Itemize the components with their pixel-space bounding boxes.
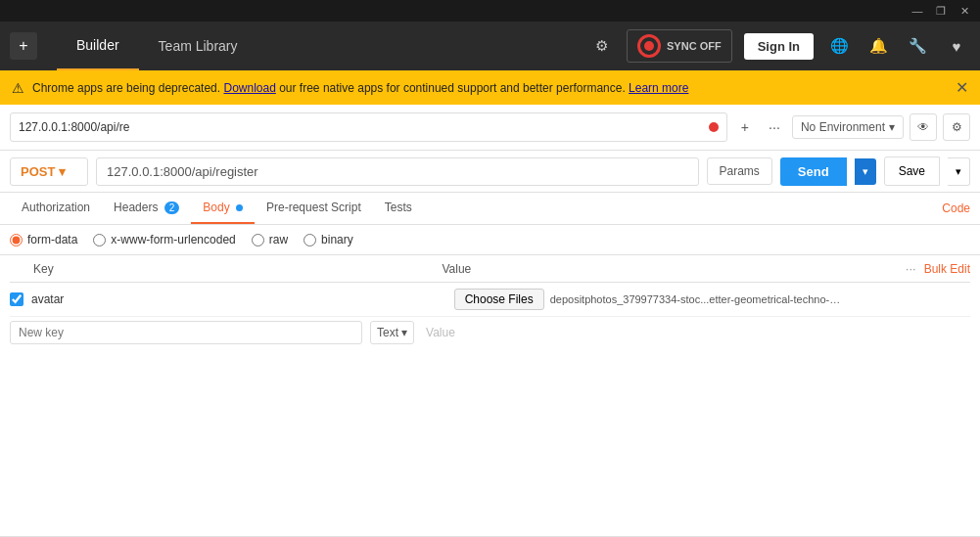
table-row: avatar Choose Files depositphotos_379977… [10, 283, 970, 317]
learn-more-link[interactable]: Learn more [629, 81, 688, 95]
tab-authorization[interactable]: Authorization [10, 193, 102, 224]
close-button[interactable]: ✕ [957, 3, 972, 19]
title-bar: — ❐ ✕ [0, 0, 980, 22]
tab-body[interactable]: Body [191, 193, 255, 224]
bell-icon[interactable]: 🔔 [864, 32, 892, 60]
type-select[interactable]: Text ▾ [370, 321, 414, 344]
nav-right: ⚙ SYNC OFF Sign In 🌐 🔔 🔧 ♥ [587, 29, 970, 63]
globe-icon[interactable]: 🌐 [825, 32, 853, 60]
row-value: Choose Files depositphotos_379977334-sto… [454, 289, 970, 310]
request-tab-bar: Authorization Headers 2 Body Pre-request… [0, 193, 980, 225]
deprecation-banner: ⚠ Chrome apps are being deprecated. Down… [0, 70, 980, 105]
download-link[interactable]: Download [223, 81, 275, 95]
settings-icon[interactable]: ⚙ [587, 32, 615, 60]
row-actions-icon: ··· [906, 261, 916, 276]
tab-tests[interactable]: Tests [373, 193, 424, 224]
wrench-icon[interactable]: 🔧 [904, 32, 931, 60]
value-column-header: Value [442, 262, 905, 276]
add-tab-button[interactable]: + [733, 115, 757, 139]
banner-close-button[interactable]: ✕ [956, 78, 968, 97]
env-area: No Environment ▾ 👁 ⚙ [792, 113, 970, 141]
tab-builder[interactable]: Builder [57, 22, 139, 70]
body-options: form-data x-www-form-urlencoded raw bina… [0, 225, 980, 255]
table-header: Key Value ··· Bulk Edit [10, 255, 970, 283]
nav-tabs: Builder Team Library [57, 22, 587, 70]
form-table: Key Value ··· Bulk Edit avatar Choose Fi… [0, 255, 980, 536]
tab-pre-request-script[interactable]: Pre-request Script [255, 193, 373, 224]
new-key-row: Text ▾ Value [10, 317, 970, 348]
request-url-input[interactable] [96, 157, 699, 186]
method-chevron-icon: ▾ [59, 164, 66, 179]
warning-icon: ⚠ [12, 80, 24, 96]
headers-badge: 2 [164, 201, 180, 214]
top-nav: + Builder Team Library ⚙ SYNC OFF Sign I… [0, 22, 980, 70]
request-bar: POST ▾ Params Send ▾ Save ▾ [0, 151, 980, 193]
main-content: 127.0.0.1:8000/api/re + ··· No Environme… [0, 105, 980, 536]
url-dot [709, 122, 719, 132]
tab-team-library[interactable]: Team Library [139, 22, 257, 70]
raw-option[interactable]: raw [252, 233, 288, 246]
url-tab-text: 127.0.0.1:8000/api/re [19, 120, 703, 134]
table-actions: ··· Bulk Edit [906, 261, 970, 276]
sync-inner [644, 41, 654, 51]
save-dropdown-button[interactable]: ▾ [948, 157, 970, 186]
key-column-header: Key [10, 262, 442, 276]
heart-icon[interactable]: ♥ [943, 32, 970, 60]
sync-button[interactable]: SYNC OFF [627, 29, 732, 63]
save-button[interactable]: Save [884, 157, 940, 186]
new-key-input[interactable] [10, 321, 362, 344]
value-placeholder: Value [426, 326, 455, 339]
method-select[interactable]: POST ▾ [10, 157, 88, 186]
urlencoded-option[interactable]: x-www-form-urlencoded [93, 233, 235, 246]
row-checkbox[interactable] [10, 292, 23, 306]
app-logo: + [10, 32, 37, 60]
bulk-edit-button[interactable]: Bulk Edit [924, 262, 970, 276]
banner-text: Chrome apps are being deprecated. Downlo… [32, 81, 688, 95]
params-button[interactable]: Params [707, 157, 772, 185]
sign-in-button[interactable]: Sign In [744, 33, 814, 60]
binary-option[interactable]: binary [303, 233, 353, 246]
sync-icon [637, 34, 661, 58]
maximize-button[interactable]: ❐ [933, 3, 949, 19]
row-key: avatar [31, 292, 454, 306]
send-button[interactable]: Send [780, 157, 847, 186]
url-bar: 127.0.0.1:8000/api/re + ··· No Environme… [0, 105, 980, 151]
minimize-button[interactable]: — [910, 3, 925, 19]
form-data-option[interactable]: form-data [10, 233, 77, 246]
env-settings-icon[interactable]: ⚙ [943, 113, 970, 141]
environment-select[interactable]: No Environment ▾ [792, 115, 904, 139]
eye-icon[interactable]: 👁 [910, 113, 937, 141]
code-link[interactable]: Code [942, 201, 970, 215]
url-tab-area: 127.0.0.1:8000/api/re [10, 112, 727, 142]
body-dot [236, 204, 243, 211]
chevron-down-icon: ▾ [889, 120, 895, 134]
sync-text: SYNC OFF [667, 40, 722, 52]
file-name-text: depositphotos_379977334-stoc...etter-geo… [550, 293, 844, 305]
send-dropdown-button[interactable]: ▾ [855, 158, 876, 185]
more-tabs-button[interactable]: ··· [763, 115, 786, 139]
choose-files-button[interactable]: Choose Files [454, 289, 544, 310]
type-chevron-icon: ▾ [401, 326, 407, 339]
tab-headers[interactable]: Headers 2 [102, 193, 191, 224]
